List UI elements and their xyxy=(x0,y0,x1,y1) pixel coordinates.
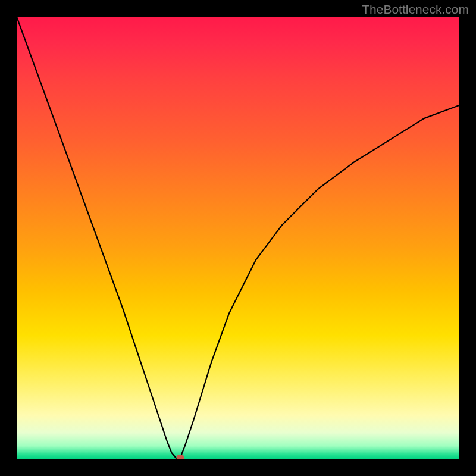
watermark-text: TheBottleneck.com xyxy=(362,2,469,17)
curve-svg xyxy=(17,17,459,459)
chart-frame: TheBottleneck.com xyxy=(0,0,476,476)
marker-dot xyxy=(177,455,184,459)
bottleneck-curve-path xyxy=(17,17,459,459)
plot-area xyxy=(17,17,459,459)
